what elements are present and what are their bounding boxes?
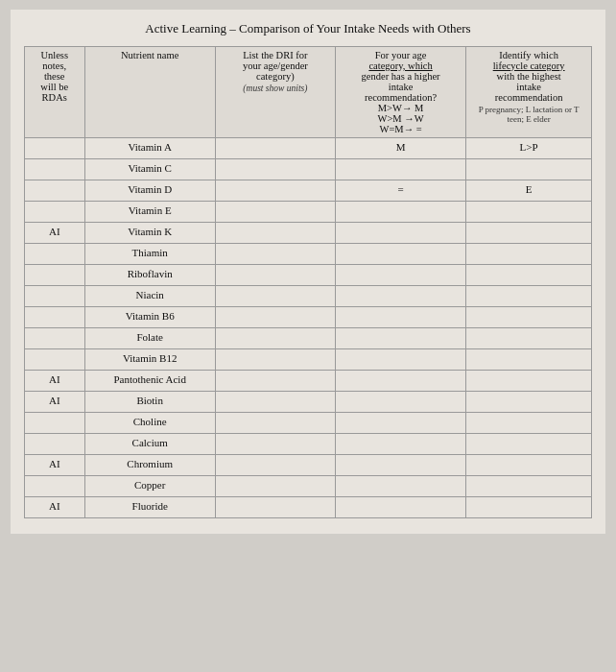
cell-gender[interactable] bbox=[335, 434, 465, 455]
cell-nutrient: Folate bbox=[84, 328, 215, 349]
cell-notes bbox=[25, 349, 85, 371]
cell-lifecycle[interactable] bbox=[466, 244, 592, 265]
cell-lifecycle[interactable] bbox=[466, 349, 592, 371]
cell-notes bbox=[25, 138, 85, 159]
cell-gender[interactable] bbox=[335, 497, 465, 518]
cell-gender[interactable] bbox=[335, 392, 465, 413]
cell-dri[interactable] bbox=[215, 223, 335, 244]
cell-notes bbox=[25, 202, 85, 223]
cell-gender[interactable] bbox=[335, 476, 465, 497]
cell-dri[interactable] bbox=[215, 244, 335, 265]
cell-notes bbox=[25, 244, 85, 265]
cell-dri[interactable] bbox=[215, 180, 335, 202]
cell-dri[interactable] bbox=[215, 497, 335, 518]
cell-lifecycle[interactable] bbox=[466, 265, 592, 286]
cell-notes bbox=[25, 265, 85, 286]
table-row: Vitamin B6 bbox=[25, 307, 592, 328]
cell-dri[interactable] bbox=[215, 286, 335, 307]
cell-gender[interactable] bbox=[335, 328, 465, 349]
cell-notes: AI bbox=[25, 497, 85, 518]
cell-lifecycle[interactable] bbox=[466, 413, 592, 434]
table-row: AIFluoride bbox=[25, 497, 592, 518]
cell-lifecycle[interactable] bbox=[466, 159, 592, 180]
cell-gender[interactable] bbox=[335, 265, 465, 286]
table-row: Vitamin AML>P bbox=[25, 138, 592, 159]
cell-nutrient: Chromium bbox=[84, 455, 215, 476]
cell-notes: AI bbox=[25, 392, 85, 413]
cell-dri[interactable] bbox=[215, 307, 335, 328]
cell-lifecycle[interactable] bbox=[466, 328, 592, 349]
table-row: AIBiotin bbox=[25, 392, 592, 413]
cell-dri[interactable] bbox=[215, 328, 335, 349]
cell-nutrient: Vitamin C bbox=[84, 159, 215, 180]
cell-nutrient: Pantothenic Acid bbox=[84, 371, 215, 392]
cell-lifecycle[interactable] bbox=[466, 286, 592, 307]
cell-gender[interactable] bbox=[335, 371, 465, 392]
cell-lifecycle[interactable] bbox=[466, 497, 592, 518]
cell-notes bbox=[25, 476, 85, 497]
cell-gender[interactable] bbox=[335, 413, 465, 434]
cell-gender[interactable]: = bbox=[335, 180, 465, 202]
cell-gender[interactable] bbox=[335, 244, 465, 265]
table-row: Vitamin B12 bbox=[25, 349, 592, 371]
cell-lifecycle[interactable] bbox=[466, 371, 592, 392]
cell-nutrient: Copper bbox=[84, 476, 215, 497]
cell-dri[interactable] bbox=[215, 413, 335, 434]
cell-notes: AI bbox=[25, 371, 85, 392]
cell-gender[interactable] bbox=[335, 223, 465, 244]
cell-lifecycle[interactable] bbox=[466, 455, 592, 476]
cell-dri[interactable] bbox=[215, 455, 335, 476]
table-row: AIPantothenic Acid bbox=[25, 371, 592, 392]
cell-notes bbox=[25, 413, 85, 434]
cell-notes bbox=[25, 286, 85, 307]
cell-gender[interactable] bbox=[335, 455, 465, 476]
cell-nutrient: Calcium bbox=[84, 434, 215, 455]
cell-dri[interactable] bbox=[215, 265, 335, 286]
cell-dri[interactable] bbox=[215, 349, 335, 371]
table-row: Vitamin C bbox=[25, 159, 592, 180]
cell-dri[interactable] bbox=[215, 371, 335, 392]
cell-gender[interactable] bbox=[335, 202, 465, 223]
cell-gender[interactable] bbox=[335, 286, 465, 307]
cell-gender[interactable] bbox=[335, 349, 465, 371]
table-row: AIVitamin K bbox=[25, 223, 592, 244]
cell-nutrient: Thiamin bbox=[84, 244, 215, 265]
table-row: AIChromium bbox=[25, 455, 592, 476]
table-row: Copper bbox=[25, 476, 592, 497]
cell-gender[interactable]: M bbox=[335, 138, 465, 159]
table-row: Vitamin D=E bbox=[25, 180, 592, 202]
cell-notes bbox=[25, 180, 85, 202]
cell-lifecycle[interactable]: E bbox=[466, 180, 592, 202]
cell-gender[interactable] bbox=[335, 159, 465, 180]
cell-lifecycle[interactable] bbox=[466, 223, 592, 244]
cell-lifecycle[interactable] bbox=[466, 202, 592, 223]
cell-notes bbox=[25, 328, 85, 349]
cell-dri[interactable] bbox=[215, 434, 335, 455]
cell-lifecycle[interactable] bbox=[466, 392, 592, 413]
table-row: Riboflavin bbox=[25, 265, 592, 286]
cell-nutrient: Riboflavin bbox=[84, 265, 215, 286]
cell-lifecycle[interactable] bbox=[466, 476, 592, 497]
header-nutrient: Nutrient name bbox=[84, 47, 215, 138]
header-dri: List the DRI for your age/gender categor… bbox=[215, 47, 335, 138]
header-lifecycle: Identify which lifecycle category with t… bbox=[466, 47, 592, 138]
cell-gender[interactable] bbox=[335, 307, 465, 328]
main-table: Unless notes, these will be RDAs Nutrien… bbox=[24, 46, 592, 518]
cell-dri[interactable] bbox=[215, 138, 335, 159]
cell-nutrient: Choline bbox=[84, 413, 215, 434]
cell-dri[interactable] bbox=[215, 392, 335, 413]
table-row: Folate bbox=[25, 328, 592, 349]
cell-nutrient: Vitamin B12 bbox=[84, 349, 215, 371]
page-title: Active Learning – Comparison of Your Int… bbox=[24, 21, 592, 36]
cell-dri[interactable] bbox=[215, 202, 335, 223]
cell-lifecycle[interactable]: L>P bbox=[466, 138, 592, 159]
cell-dri[interactable] bbox=[215, 159, 335, 180]
cell-lifecycle[interactable] bbox=[466, 307, 592, 328]
table-row: Vitamin E bbox=[25, 202, 592, 223]
cell-lifecycle[interactable] bbox=[466, 434, 592, 455]
header-gender: For your age category, which gender has … bbox=[335, 47, 465, 138]
cell-notes: AI bbox=[25, 455, 85, 476]
cell-nutrient: Biotin bbox=[84, 392, 215, 413]
page-container: Active Learning – Comparison of Your Int… bbox=[11, 10, 605, 534]
cell-dri[interactable] bbox=[215, 476, 335, 497]
